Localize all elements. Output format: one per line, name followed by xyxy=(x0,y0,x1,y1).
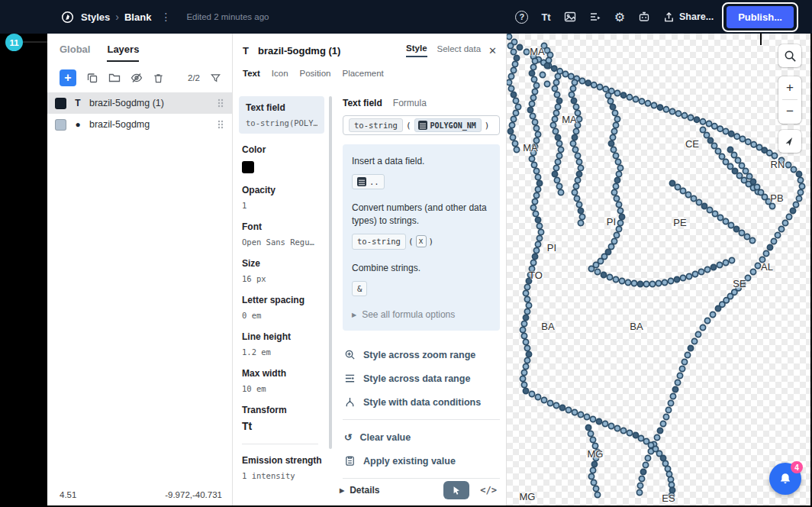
insert-field-chip[interactable]: .. xyxy=(352,174,385,190)
paren-close: ) xyxy=(485,121,490,131)
styles-logo-icon[interactable] xyxy=(61,11,74,24)
compass-arrow-icon xyxy=(782,134,798,149)
duplicate-layer-icon[interactable] xyxy=(86,72,98,84)
panel-header: T brazil-5ogdmg (1) Style Select data ✕ xyxy=(233,34,506,57)
tab-layers[interactable]: Layers xyxy=(107,44,139,62)
chevron-right-icon: › xyxy=(115,11,119,23)
style-across-data-range[interactable]: Style across data range xyxy=(343,367,500,390)
code-view-icon[interactable]: </> xyxy=(480,485,497,496)
transform-tt-icon[interactable]: Tt xyxy=(242,420,324,432)
formula-help-box: Insert a data field. .. Convert numbers … xyxy=(343,144,500,331)
settings-gear-icon[interactable]: ⚙ xyxy=(614,10,625,24)
see-all-formula-options[interactable]: ▶ See all formula options xyxy=(352,308,491,321)
ampersand-chip[interactable]: & xyxy=(352,281,367,297)
filter-funnel-icon[interactable] xyxy=(210,73,221,84)
conditions-branch-icon xyxy=(344,396,356,408)
delete-layer-trash-icon[interactable] xyxy=(153,73,164,84)
publish-button[interactable]: Publish... xyxy=(727,6,794,28)
property-color[interactable]: Color xyxy=(242,144,324,173)
data-range-icon xyxy=(344,373,356,384)
hide-layer-eye-off-icon[interactable] xyxy=(130,72,143,84)
formula-input[interactable]: to-string ( POLYGON_NM ) xyxy=(343,115,500,135)
layer-row-circle[interactable]: ● brazil-5ogdmg xyxy=(47,114,232,135)
tab-style[interactable]: Style xyxy=(406,44,427,57)
property-list: Text field to-string(POLY… Color Opacity… xyxy=(242,93,324,480)
map-state-label: ES xyxy=(662,492,675,504)
close-icon[interactable]: ✕ xyxy=(488,45,497,57)
subtab-text[interactable]: Text xyxy=(243,69,260,78)
map-state-label: CE xyxy=(685,138,699,150)
style-with-data-conditions[interactable]: Style with data conditions xyxy=(343,390,500,414)
fonts-icon[interactable]: Tt xyxy=(541,11,550,23)
share-button[interactable]: Share... xyxy=(663,11,714,23)
property-size[interactable]: Size 16 px xyxy=(242,258,324,283)
layer-row-text[interactable]: T brazil-5ogdmg (1) xyxy=(47,92,232,114)
map-zoom-controls: + − xyxy=(778,76,801,124)
map-canvas[interactable]: MAMAMACERNPBPEPIPIALSETOBABAMGMGES + − 4 xyxy=(506,34,810,505)
subtab-position[interactable]: Position xyxy=(300,69,331,78)
zoom-range-icon xyxy=(344,349,356,360)
to-string-example-chip[interactable]: to-string xyxy=(352,234,406,250)
topbar: Styles › Blank ⋮ Edited 2 minutes ago ? … xyxy=(0,0,812,34)
layer-color-swatch xyxy=(55,98,66,109)
map-search-button[interactable] xyxy=(778,44,801,67)
breadcrumb-styles[interactable]: Styles xyxy=(81,11,110,23)
to-string-chip[interactable]: to-string xyxy=(349,118,403,132)
undo-icon: ↺ xyxy=(344,431,352,443)
property-opacity[interactable]: Opacity 1 xyxy=(242,185,324,210)
help-convert-text: Convert numbers (and other data types) t… xyxy=(352,202,491,228)
property-max-width[interactable]: Max width 10 em xyxy=(242,368,324,393)
divider xyxy=(343,419,500,420)
drag-handle-icon[interactable] xyxy=(217,119,224,130)
compass-bearing-button[interactable] xyxy=(778,130,801,153)
help-icon[interactable]: ? xyxy=(515,11,528,24)
data-list-icon[interactable] xyxy=(589,11,601,23)
group-folder-icon[interactable] xyxy=(108,72,121,84)
text-layer-type-icon: T xyxy=(72,98,83,108)
search-icon xyxy=(784,50,797,63)
help-combine-text: Combine strings. xyxy=(352,262,491,275)
images-icon[interactable] xyxy=(564,11,576,23)
clear-value-button[interactable]: ↺ Clear value xyxy=(343,425,500,449)
tab-global[interactable]: Global xyxy=(60,44,90,62)
subtab-icon[interactable]: Icon xyxy=(272,69,288,78)
subtab-placement[interactable]: Placement xyxy=(342,69,383,78)
drag-handle-icon[interactable] xyxy=(217,98,224,108)
clipboard-icon xyxy=(344,455,356,467)
chat-fab-button[interactable]: 4 xyxy=(769,463,801,495)
data-field-chip[interactable]: POLYGON_NM xyxy=(414,118,482,132)
panel-bottom-bar: ▶ Details </> xyxy=(340,481,497,499)
editor-tab-text-field[interactable]: Text field xyxy=(343,98,382,108)
zoom-out-button[interactable]: − xyxy=(778,100,801,123)
property-font[interactable]: Font Open Sans Regu… xyxy=(242,221,324,247)
property-text-field[interactable]: Text field to-string(POLY… xyxy=(239,96,324,134)
chat-notification-badge: 4 xyxy=(791,461,803,473)
tutorial-strip: 11 xyxy=(0,34,47,507)
kebab-menu-icon[interactable]: ⋮ xyxy=(158,11,173,23)
color-swatch[interactable] xyxy=(242,161,254,173)
style-subtabs: Text Icon Position Placement xyxy=(233,57,506,78)
add-layer-button[interactable]: + xyxy=(60,69,76,86)
layer-counter: 2/2 xyxy=(188,73,200,82)
editor-tab-formula[interactable]: Formula xyxy=(393,98,427,108)
zoom-in-button[interactable]: + xyxy=(778,76,801,99)
style-across-zoom-range[interactable]: Style across zoom range xyxy=(343,343,500,367)
circle-layer-type-icon: ● xyxy=(72,119,83,130)
property-emission-strength[interactable]: Emission strength 1 intensity xyxy=(242,455,324,480)
apply-existing-value-button[interactable]: Apply existing value xyxy=(343,449,500,473)
property-letter-spacing[interactable]: Letter spacing 0 em xyxy=(242,295,324,320)
editor-tabs: Text field Formula xyxy=(343,98,500,108)
property-scrollbar[interactable] xyxy=(329,96,332,449)
annotation-step-badge: 11 xyxy=(5,34,23,51)
annotation-line xyxy=(23,41,47,43)
share-icon xyxy=(663,11,675,23)
printer-icon[interactable] xyxy=(638,11,650,23)
tab-select-data[interactable]: Select data xyxy=(437,44,482,57)
map-state-label: RN xyxy=(771,159,785,170)
details-toggle[interactable]: ▶ Details xyxy=(340,485,380,496)
map-state-label: BA xyxy=(630,321,643,332)
share-label: Share... xyxy=(679,11,714,22)
select-feature-cursor-button[interactable] xyxy=(443,481,469,499)
property-line-height[interactable]: Line height 1.2 em xyxy=(242,331,324,357)
property-transform[interactable]: Transform Tt xyxy=(242,405,324,432)
